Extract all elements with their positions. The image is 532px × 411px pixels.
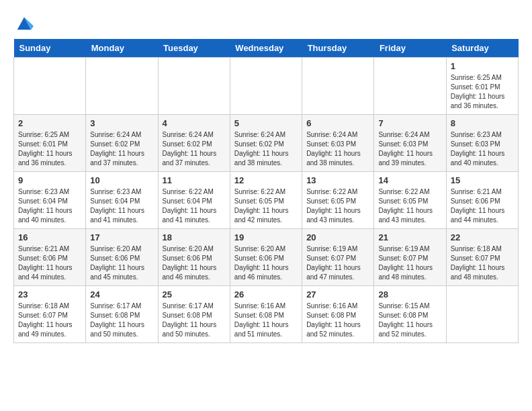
day-cell: 28Sunrise: 6:15 AM Sunset: 6:08 PM Dayli… xyxy=(374,286,446,343)
day-cell: 18Sunrise: 6:20 AM Sunset: 6:06 PM Dayli… xyxy=(158,229,230,286)
day-number: 10 xyxy=(90,175,153,185)
day-info: Sunrise: 6:16 AM Sunset: 6:08 PM Dayligh… xyxy=(306,302,369,339)
day-number: 5 xyxy=(234,118,298,128)
calendar-table: SundayMondayTuesdayWednesdayThursdayFrid… xyxy=(13,39,519,343)
day-info: Sunrise: 6:23 AM Sunset: 6:04 PM Dayligh… xyxy=(90,187,153,225)
day-number: 7 xyxy=(378,118,441,128)
header-friday: Friday xyxy=(374,39,446,58)
day-cell: 3Sunrise: 6:24 AM Sunset: 6:02 PM Daylig… xyxy=(86,115,158,172)
day-cell: 6Sunrise: 6:24 AM Sunset: 6:03 PM Daylig… xyxy=(302,115,374,172)
day-info: Sunrise: 6:17 AM Sunset: 6:08 PM Dayligh… xyxy=(163,302,226,339)
day-cell: 17Sunrise: 6:20 AM Sunset: 6:06 PM Dayli… xyxy=(86,229,158,286)
day-cell: 16Sunrise: 6:21 AM Sunset: 6:06 PM Dayli… xyxy=(14,229,86,286)
day-cell xyxy=(446,286,518,343)
day-number: 15 xyxy=(451,175,514,185)
day-cell: 27Sunrise: 6:16 AM Sunset: 6:08 PM Dayli… xyxy=(302,286,374,343)
day-info: Sunrise: 6:24 AM Sunset: 6:02 PM Dayligh… xyxy=(163,130,226,168)
day-number: 23 xyxy=(18,289,81,300)
header-thursday: Thursday xyxy=(302,39,374,58)
day-number: 3 xyxy=(90,118,153,128)
day-info: Sunrise: 6:22 AM Sunset: 6:04 PM Dayligh… xyxy=(163,187,226,225)
day-number: 6 xyxy=(306,118,369,128)
day-info: Sunrise: 6:17 AM Sunset: 6:08 PM Dayligh… xyxy=(90,302,153,339)
day-cell: 11Sunrise: 6:22 AM Sunset: 6:04 PM Dayli… xyxy=(158,172,230,229)
header xyxy=(13,13,519,32)
day-cell: 24Sunrise: 6:17 AM Sunset: 6:08 PM Dayli… xyxy=(86,286,158,343)
day-number: 1 xyxy=(451,61,514,71)
header-wednesday: Wednesday xyxy=(230,39,302,58)
day-info: Sunrise: 6:16 AM Sunset: 6:08 PM Dayligh… xyxy=(234,302,298,339)
header-tuesday: Tuesday xyxy=(158,39,230,58)
day-info: Sunrise: 6:20 AM Sunset: 6:06 PM Dayligh… xyxy=(234,244,298,282)
day-number: 27 xyxy=(306,289,369,300)
day-number: 21 xyxy=(378,232,441,242)
day-info: Sunrise: 6:24 AM Sunset: 6:02 PM Dayligh… xyxy=(90,130,153,168)
week-row-1: 2Sunrise: 6:25 AM Sunset: 6:01 PM Daylig… xyxy=(14,115,519,172)
week-row-0: 1Sunrise: 6:25 AM Sunset: 6:01 PM Daylig… xyxy=(14,58,519,115)
day-info: Sunrise: 6:15 AM Sunset: 6:08 PM Dayligh… xyxy=(378,302,441,339)
day-cell: 8Sunrise: 6:23 AM Sunset: 6:03 PM Daylig… xyxy=(446,115,518,172)
day-cell: 25Sunrise: 6:17 AM Sunset: 6:08 PM Dayli… xyxy=(158,286,230,343)
day-number: 25 xyxy=(163,289,226,300)
day-cell xyxy=(158,58,230,115)
day-cell: 12Sunrise: 6:22 AM Sunset: 6:05 PM Dayli… xyxy=(230,172,302,229)
day-info: Sunrise: 6:24 AM Sunset: 6:03 PM Dayligh… xyxy=(306,130,369,168)
day-number: 2 xyxy=(18,118,81,128)
day-info: Sunrise: 6:22 AM Sunset: 6:05 PM Dayligh… xyxy=(234,187,298,225)
header-saturday: Saturday xyxy=(446,39,518,58)
day-number: 22 xyxy=(451,232,514,242)
day-number: 16 xyxy=(18,232,81,242)
day-info: Sunrise: 6:21 AM Sunset: 6:06 PM Dayligh… xyxy=(451,187,514,225)
day-cell: 1Sunrise: 6:25 AM Sunset: 6:01 PM Daylig… xyxy=(446,58,518,115)
day-number: 18 xyxy=(163,232,226,242)
day-cell: 5Sunrise: 6:24 AM Sunset: 6:02 PM Daylig… xyxy=(230,115,302,172)
header-monday: Monday xyxy=(86,39,158,58)
day-cell: 20Sunrise: 6:19 AM Sunset: 6:07 PM Dayli… xyxy=(302,229,374,286)
calendar-header-row: SundayMondayTuesdayWednesdayThursdayFrid… xyxy=(14,39,519,58)
day-cell: 19Sunrise: 6:20 AM Sunset: 6:06 PM Dayli… xyxy=(230,229,302,286)
day-cell: 7Sunrise: 6:24 AM Sunset: 6:03 PM Daylig… xyxy=(374,115,446,172)
day-cell: 13Sunrise: 6:22 AM Sunset: 6:05 PM Dayli… xyxy=(302,172,374,229)
day-info: Sunrise: 6:25 AM Sunset: 6:01 PM Dayligh… xyxy=(18,130,81,168)
day-cell xyxy=(374,58,446,115)
day-cell: 26Sunrise: 6:16 AM Sunset: 6:08 PM Dayli… xyxy=(230,286,302,343)
logo xyxy=(13,13,34,32)
day-cell xyxy=(14,58,86,115)
day-number: 24 xyxy=(90,289,153,300)
day-info: Sunrise: 6:23 AM Sunset: 6:03 PM Dayligh… xyxy=(451,130,514,168)
day-cell: 10Sunrise: 6:23 AM Sunset: 6:04 PM Dayli… xyxy=(86,172,158,229)
day-cell: 15Sunrise: 6:21 AM Sunset: 6:06 PM Dayli… xyxy=(446,172,518,229)
day-info: Sunrise: 6:22 AM Sunset: 6:05 PM Dayligh… xyxy=(306,187,369,225)
day-number: 19 xyxy=(234,232,298,242)
day-cell xyxy=(230,58,302,115)
day-cell: 21Sunrise: 6:19 AM Sunset: 6:07 PM Dayli… xyxy=(374,229,446,286)
day-number: 26 xyxy=(234,289,298,300)
day-cell: 14Sunrise: 6:22 AM Sunset: 6:05 PM Dayli… xyxy=(374,172,446,229)
day-info: Sunrise: 6:19 AM Sunset: 6:07 PM Dayligh… xyxy=(378,244,441,282)
day-info: Sunrise: 6:21 AM Sunset: 6:06 PM Dayligh… xyxy=(18,244,81,282)
day-cell: 22Sunrise: 6:18 AM Sunset: 6:07 PM Dayli… xyxy=(446,229,518,286)
day-number: 20 xyxy=(306,232,369,242)
week-row-2: 9Sunrise: 6:23 AM Sunset: 6:04 PM Daylig… xyxy=(14,172,519,229)
day-number: 13 xyxy=(306,175,369,185)
day-number: 17 xyxy=(90,232,153,242)
day-cell: 23Sunrise: 6:18 AM Sunset: 6:07 PM Dayli… xyxy=(14,286,86,343)
day-info: Sunrise: 6:18 AM Sunset: 6:07 PM Dayligh… xyxy=(18,302,81,339)
day-cell xyxy=(302,58,374,115)
day-number: 9 xyxy=(18,175,81,185)
day-info: Sunrise: 6:20 AM Sunset: 6:06 PM Dayligh… xyxy=(90,244,153,282)
day-info: Sunrise: 6:19 AM Sunset: 6:07 PM Dayligh… xyxy=(306,244,369,282)
day-number: 11 xyxy=(163,175,226,185)
day-number: 28 xyxy=(378,289,441,300)
day-info: Sunrise: 6:18 AM Sunset: 6:07 PM Dayligh… xyxy=(451,244,514,282)
week-row-4: 23Sunrise: 6:18 AM Sunset: 6:07 PM Dayli… xyxy=(14,286,519,343)
logo-icon xyxy=(15,13,34,32)
day-number: 12 xyxy=(234,175,298,185)
day-cell: 2Sunrise: 6:25 AM Sunset: 6:01 PM Daylig… xyxy=(14,115,86,172)
week-row-3: 16Sunrise: 6:21 AM Sunset: 6:06 PM Dayli… xyxy=(14,229,519,286)
day-number: 4 xyxy=(163,118,226,128)
day-number: 8 xyxy=(451,118,514,128)
day-info: Sunrise: 6:22 AM Sunset: 6:05 PM Dayligh… xyxy=(378,187,441,225)
day-cell xyxy=(86,58,158,115)
day-info: Sunrise: 6:24 AM Sunset: 6:02 PM Dayligh… xyxy=(234,130,298,168)
